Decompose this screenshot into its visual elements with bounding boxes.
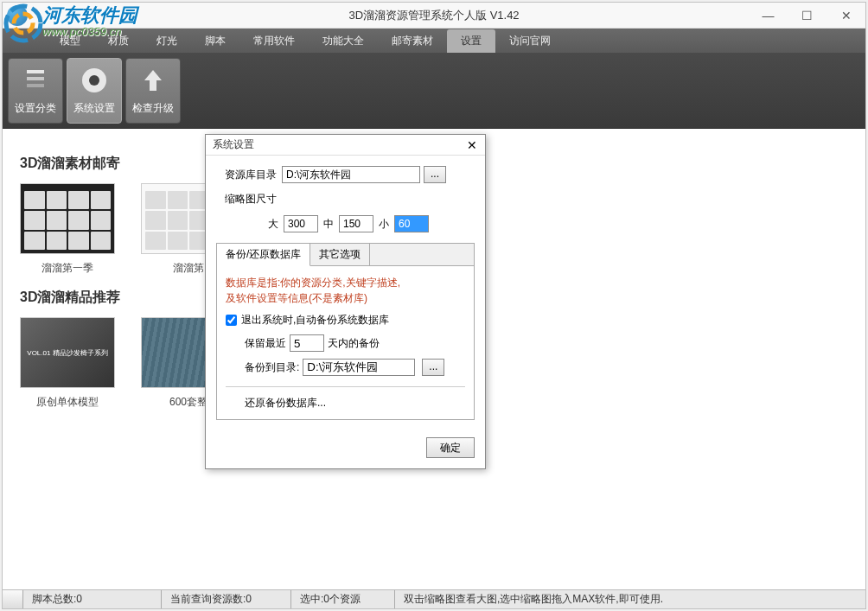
tab-other-options[interactable]: 其它选项 [310,244,370,265]
auto-backup-checkbox[interactable] [226,315,237,326]
size-big-label: 大 [268,217,278,232]
svg-rect-4 [27,84,44,87]
window-title: 3D溜溜资源管理系统个人版 V1.42 [348,8,519,23]
toolbar: 设置分类 系统设置 检查升级 [3,53,865,129]
system-settings-dialog: 系统设置 ✕ 资源库目录 ... 缩略图尺寸 大 中 小 备份/还原数据库 其它… [205,134,486,469]
maximize-button[interactable]: ☐ [788,3,827,29]
menu-settings[interactable]: 设置 [447,29,495,53]
tool-system-settings[interactable]: 系统设置 [67,58,122,124]
tool-label: 设置分类 [15,101,56,116]
menu-mail-materials[interactable]: 邮寄素材 [378,29,447,53]
status-query: 当前查询资源数:0 [162,590,291,608]
dialog-title: 系统设置 [213,137,254,152]
categories-icon [20,65,51,96]
settings-icon [79,65,110,96]
status-scripts: 脚本总数:0 [23,590,162,608]
status-selected: 选中:0个资源 [291,590,395,608]
svg-rect-3 [27,77,44,80]
titlebar: 3D溜溜资源管理系统个人版 V1.42 — ☐ ✕ [3,3,865,29]
browse-backup-button[interactable]: ... [422,359,444,376]
menubar: 模型 材质 灯光 脚本 常用软件 功能大全 邮寄素材 设置 访问官网 [3,29,865,53]
close-button[interactable]: ✕ [827,3,865,29]
size-small-label: 小 [379,217,389,232]
menu-common-software[interactable]: 常用软件 [239,29,309,53]
size-small-input[interactable] [394,215,429,232]
tool-label: 检查升级 [132,101,174,116]
minimize-button[interactable]: — [749,3,788,29]
keep-days-input[interactable] [290,334,324,352]
svg-rect-2 [27,70,44,73]
size-mid-label: 中 [323,217,334,232]
keep-label-2: 天内的备份 [328,336,380,351]
keep-label-1: 保留最近 [245,336,286,351]
app-icon [7,5,28,26]
auto-backup-label: 退出系统时,自动备份系统数据库 [241,313,389,328]
restore-db-link[interactable]: 还原备份数据库... [226,386,465,411]
resource-dir-input[interactable] [282,166,420,183]
tool-label: 系统设置 [73,101,115,116]
browse-resource-button[interactable]: ... [424,166,446,183]
menu-model[interactable]: 模型 [46,29,94,53]
menu-script[interactable]: 脚本 [191,29,239,53]
thumb-label: 原创单体模型 [36,395,99,410]
backup-dir-input[interactable] [303,359,415,376]
svg-point-6 [89,75,99,86]
menu-visit-website[interactable]: 访问官网 [495,29,565,53]
backup-dir-label: 备份到目录: [245,360,299,375]
thumb-item[interactable]: 溜溜第一季 [20,183,115,276]
menu-functions[interactable]: 功能大全 [309,29,378,53]
upgrade-icon [137,65,169,96]
menu-material[interactable]: 材质 [94,29,143,53]
thumb-item[interactable]: VOL.01 精品沙发椅子系列 原创单体模型 [20,317,115,410]
thumb-label: 溜溜第一季 [41,261,93,276]
thumbnail-icon [20,183,115,254]
tab-backup-restore[interactable]: 备份/还原数据库 [217,244,310,266]
thumb-label: 溜溜第 [173,261,204,276]
dialog-close-button[interactable]: ✕ [463,137,482,154]
menu-light[interactable]: 灯光 [143,29,191,53]
thumbnail-icon: VOL.01 精品沙发椅子系列 [20,317,115,388]
size-mid-input[interactable] [339,215,373,232]
resource-dir-label: 资源库目录 [216,168,277,182]
tool-check-upgrade[interactable]: 检查升级 [125,58,181,124]
dialog-tabs: 备份/还原数据库 其它选项 [217,244,474,265]
db-note: 数据库是指:你的资源分类,关键字描述, 及软件设置等信息(不是素材库) [226,275,465,306]
dialog-titlebar: 系统设置 ✕ [206,135,485,156]
tool-setup-categories[interactable]: 设置分类 [8,58,63,124]
status-toggle-button[interactable] [3,590,23,608]
status-hint: 双击缩略图查看大图,选中缩略图拖入MAX软件,即可使用. [395,590,865,608]
thumb-label: 600套整 [169,395,207,410]
size-big-input[interactable] [284,215,318,232]
thumb-size-label: 缩略图尺寸 [216,192,277,207]
ok-button[interactable]: 确定 [426,437,475,458]
statusbar: 脚本总数:0 当前查询资源数:0 选中:0个资源 双击缩略图查看大图,选中缩略图… [3,589,865,608]
